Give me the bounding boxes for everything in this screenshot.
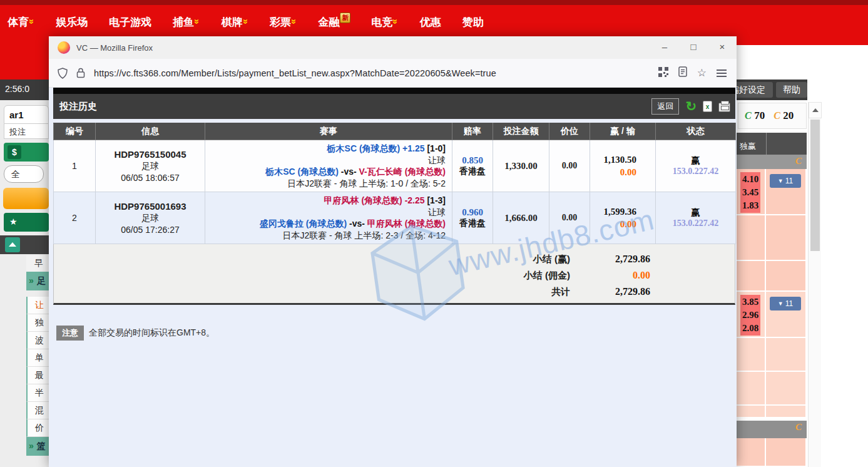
counter-orange: 20	[783, 110, 794, 121]
sidebar-item-early[interactable]: 早	[26, 255, 49, 272]
new-badge: 新	[340, 13, 350, 23]
double-down-chevron-icon: »	[192, 19, 203, 24]
reader-mode-icon[interactable]	[678, 66, 687, 80]
note-badge: 注意	[56, 326, 84, 341]
refresh-icon[interactable]: ↻	[685, 100, 697, 113]
odds-grid-2	[737, 438, 807, 467]
star-icon: ★	[9, 217, 18, 227]
col-header-match: 赛事	[205, 123, 452, 140]
bookmark-star-icon[interactable]: ☆	[697, 66, 707, 80]
nav-item-finance[interactable]: 金融新	[318, 15, 350, 29]
nav-item-lottery[interactable]: 彩票»	[270, 15, 297, 29]
odds-cell[interactable]	[766, 372, 805, 404]
double-down-chevron-icon: »	[240, 19, 251, 24]
page-title: 投注历史	[59, 101, 97, 113]
bet-amount: 1,330.00	[493, 140, 549, 192]
more-odds-button[interactable]: ▼11	[770, 174, 801, 188]
odds-cell[interactable]	[737, 215, 766, 260]
bet-match: 栃木SC (角球总数) +1.25 [1-0] 让球 栃木SC (角球总数) -…	[205, 140, 452, 192]
nav-item-sports[interactable]: 体育»	[8, 15, 34, 29]
odds-cell[interactable]	[737, 261, 766, 290]
nav-item-boardgames[interactable]: 棋牌»	[222, 15, 248, 29]
nav-item-slots[interactable]: 电子游戏	[109, 15, 151, 29]
page-scrollbar[interactable]	[808, 102, 821, 467]
shield-icon[interactable]	[58, 68, 68, 79]
all-filter-button[interactable]: 全	[4, 165, 44, 183]
scrollbar-thumb[interactable]	[810, 120, 820, 251]
summary-commission-value: 0.00	[581, 270, 650, 281]
bet-no: 1	[54, 140, 96, 192]
odds-subheader: C	[737, 155, 807, 169]
minimize-button[interactable]: –	[650, 36, 679, 59]
url-input[interactable]: https://vc.fts368.com/Member/Lists/payme…	[94, 68, 496, 78]
col-header-no: 编号	[54, 123, 96, 140]
lock-icon[interactable]	[76, 68, 85, 78]
refresh-counters: C 70 C 20	[738, 103, 807, 129]
cash-button[interactable]: $	[4, 143, 49, 162]
collapse-chevron-icon[interactable]	[5, 237, 20, 252]
odds-cell[interactable]	[766, 261, 805, 290]
nav-item-sponsor[interactable]: 赞助	[462, 15, 484, 29]
window-titlebar[interactable]: VC — Mozilla Firefox – □ ×	[49, 36, 737, 59]
sidebar-bet-link[interactable]: 投注	[4, 124, 49, 139]
nav-item-casino[interactable]: 娱乐场	[56, 15, 88, 29]
odds-cell[interactable]	[737, 338, 766, 371]
browser-navbar: https://vc.fts368.com/Member/Lists/payme…	[49, 59, 737, 88]
refresh-c-icon-green: C	[745, 110, 752, 121]
bet-info: HDP9765001693 足球 06/05 17:26:27	[96, 192, 205, 244]
close-button[interactable]: ×	[708, 36, 737, 59]
more-odds-button[interactable]: ▼11	[770, 297, 801, 310]
bet-odds: 0.960 香港盘	[452, 192, 493, 244]
sidebar-item[interactable]: 单	[26, 349, 49, 367]
maximize-button[interactable]: □	[679, 36, 708, 59]
odds-cell[interactable]	[737, 406, 766, 417]
odds-cell[interactable]	[766, 406, 805, 417]
col-header-info: 信息	[96, 123, 205, 140]
odds-group-2[interactable]: 3.85 2.96 2.08	[740, 295, 760, 336]
refresh-c-icon[interactable]: C	[795, 156, 802, 167]
odds-cell[interactable]: 4.10 3.45 1.83	[737, 169, 766, 214]
summary-win-row: 小结 (赢) 2,729.86	[54, 251, 650, 267]
nav-top-strip	[0, 0, 868, 5]
summary-total-value: 2,729.86	[581, 286, 650, 297]
summary-panel: 小结 (赢) 2,729.86 小结 (佣金) 0.00 共计 2,729.86	[53, 244, 735, 305]
odds-cell[interactable]	[737, 372, 766, 404]
scroll-up-button[interactable]	[809, 102, 822, 118]
sidebar-item[interactable]: 半	[26, 384, 49, 402]
qr-grid-icon[interactable]	[658, 67, 668, 80]
screen: 体育» 娱乐场 电子游戏 捕鱼» 棋牌» 彩票» 金融新 电竞» 优惠 赞助 2…	[0, 0, 868, 467]
table-row: 2 HDP9765001693 足球 06/05 17:26:27 甲府风林 (…	[54, 192, 736, 244]
sidebar-item[interactable]: 波	[26, 332, 49, 349]
favorites-button[interactable]: ★	[4, 213, 49, 232]
bet-info: HDP9765150045 足球 06/05 18:06:57	[96, 140, 205, 192]
sidebar-item[interactable]: 让	[26, 297, 49, 314]
sidebar-section-basketball[interactable]: »篮	[26, 437, 49, 456]
odds-group-1[interactable]: 4.10 3.45 1.83	[740, 172, 760, 213]
sidebar-item[interactable]: 混	[26, 402, 49, 419]
nav-item-promos[interactable]: 优惠	[420, 15, 441, 29]
bet-winloss: 1,130.50 0.00	[590, 140, 656, 192]
back-button[interactable]: 返回	[651, 98, 679, 115]
odds-cell[interactable]	[737, 438, 766, 466]
nav-item-esports[interactable]: 电竞»	[371, 15, 398, 29]
refresh-c-icon[interactable]: C	[795, 422, 802, 433]
sidebar-item[interactable]: 价	[26, 419, 49, 437]
odds-cell[interactable]: 3.85 2.96 2.08	[737, 292, 766, 337]
nav-item-fishing[interactable]: 捕鱼»	[173, 15, 200, 29]
sidebar-section-football[interactable]: »足	[26, 272, 49, 290]
export-excel-icon[interactable]: x	[703, 101, 712, 112]
odds-cell[interactable]	[766, 338, 805, 371]
username-tab[interactable]: ar1	[4, 105, 49, 124]
odds-cell[interactable]	[766, 215, 805, 260]
odds-header-label: 独赢	[740, 141, 756, 152]
left-sidebar: ar1 投注 $ 全 ★ 早 »足 让 独 波 单 最 半 混 价 »篮	[0, 100, 49, 467]
odds-cell[interactable]	[766, 438, 805, 466]
orange-banner[interactable]	[3, 188, 49, 209]
sidebar-item[interactable]: 独	[26, 314, 49, 332]
summary-commission-row: 小结 (佣金) 0.00	[54, 267, 650, 284]
help-button[interactable]: 帮助	[776, 82, 807, 98]
print-icon[interactable]	[718, 103, 730, 112]
menu-icon[interactable]	[717, 69, 727, 71]
arrow-icon: »	[29, 275, 34, 285]
sidebar-item[interactable]: 最	[26, 367, 49, 384]
